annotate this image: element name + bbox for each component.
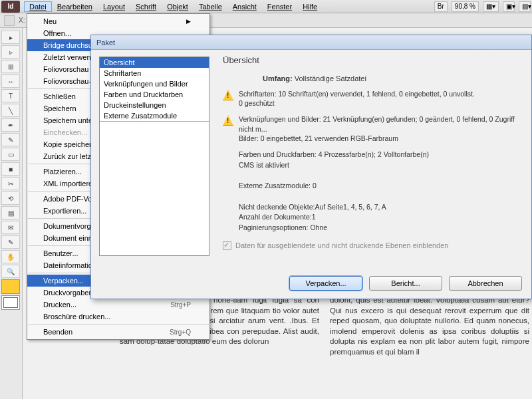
menu-item-label: Exportieren... bbox=[43, 207, 86, 215]
warning-icon bbox=[223, 90, 233, 100]
fonts-summary: Schriftarten: 10 Schriftart(en) verwende… bbox=[239, 89, 475, 98]
scissors-tool[interactable]: ✂ bbox=[1, 177, 20, 190]
pagination-options: Paginierungsoptionen: Ohne bbox=[239, 223, 523, 233]
gap-tool[interactable]: ↔ bbox=[1, 74, 20, 88]
rectangle-frame-tool[interactable]: ▭ bbox=[1, 148, 20, 161]
menu-hilfe[interactable]: Hilfe bbox=[297, 1, 323, 12]
selection-tool[interactable]: ▸ bbox=[1, 31, 20, 44]
listbox-detail-area bbox=[100, 121, 209, 253]
menu-separator bbox=[28, 324, 209, 325]
list-item-zusatz[interactable]: Externe Zusatzmodule bbox=[100, 110, 209, 121]
menu-item-label: Platzieren... bbox=[43, 168, 82, 176]
menu-schrift[interactable]: Schrift bbox=[130, 1, 162, 12]
pencil-tool[interactable]: ✎ bbox=[1, 133, 20, 146]
app-logo: Id bbox=[1, 1, 20, 13]
menu-item[interactable]: Broschüre drucken... bbox=[27, 311, 209, 323]
menu-fenster[interactable]: Fenster bbox=[262, 1, 297, 12]
page-tool[interactable]: ⊞ bbox=[1, 60, 20, 73]
hand-tool[interactable]: ✋ bbox=[1, 250, 20, 263]
direct-selection-tool[interactable]: ▹ bbox=[1, 45, 20, 59]
pen-tool[interactable]: ✒ bbox=[1, 118, 20, 132]
menu-item-label: Beenden bbox=[43, 328, 72, 336]
menu-datei[interactable]: Datei bbox=[24, 1, 52, 12]
menubar: Id Datei Bearbeiten Layout Schrift Objek… bbox=[0, 0, 532, 13]
menu-item[interactable]: Neu▶ bbox=[27, 15, 209, 27]
warning-icon bbox=[223, 115, 233, 126]
opaque-objects: Nicht deckende Objekte:Auf Seite1, 4, 5,… bbox=[239, 202, 523, 213]
fonts-protected: 0 geschützt bbox=[239, 98, 475, 108]
rectangle-tool[interactable]: ■ bbox=[1, 162, 20, 176]
menu-item-label: Broschüre drucken... bbox=[43, 313, 111, 321]
menu-tabelle[interactable]: Tabelle bbox=[194, 1, 227, 12]
menu-layout[interactable]: Layout bbox=[98, 1, 130, 12]
menu-item-label: Drucken... bbox=[43, 301, 76, 309]
menu-item-label: Öffnen... bbox=[43, 29, 71, 37]
umfang-label: Umfang: bbox=[263, 74, 293, 82]
menu-bearbeiten[interactable]: Bearbeiten bbox=[52, 1, 98, 12]
x-label: X: bbox=[19, 17, 25, 24]
list-item-uebersicht[interactable]: Übersicht bbox=[100, 57, 209, 68]
screen-mode-icon[interactable]: ▣▾ bbox=[503, 1, 515, 12]
links-summary: Verknüpfungen und Bilder: 21 Verknüpfung… bbox=[239, 114, 523, 133]
umfang-row: Umfang: Vollständige Satzdatei bbox=[263, 74, 523, 82]
menu-item-label: Speichern bbox=[43, 104, 76, 112]
type-tool[interactable]: T bbox=[1, 89, 20, 102]
menu-item[interactable]: BeendenStrg+Q bbox=[27, 326, 209, 338]
hidden-layers-label: Daten für ausgeblendete und nicht drucke… bbox=[235, 241, 448, 249]
ref-point-icon[interactable] bbox=[4, 15, 15, 26]
text-column-2: dolorit, quis est autetur ibeat. Volupta… bbox=[330, 295, 529, 357]
bericht-button[interactable]: Bericht... bbox=[369, 276, 442, 291]
dialog-title: Paket bbox=[91, 35, 531, 50]
paket-dialog: Paket Übersicht Schriftarten Verknüpfung… bbox=[90, 35, 532, 299]
tool-panel: ▸ ▹ ⊞ ↔ T ╲ ✒ ✎ ▭ ■ ✂ ⟲ ▤ ✉ ✎ ✋ 🔍 bbox=[0, 28, 23, 399]
menu-item[interactable]: Drucken...Strg+P bbox=[27, 299, 209, 311]
abbrechen-button[interactable]: Abbrechen bbox=[449, 276, 522, 291]
verpacken-button[interactable]: Verpacken... bbox=[289, 276, 362, 291]
list-item-schriftarten[interactable]: Schriftarten bbox=[100, 68, 209, 78]
category-listbox[interactable]: Übersicht Schriftarten Verknüpfungen und… bbox=[99, 57, 209, 256]
plugins-summary: Externe Zusatzmodule: 0 bbox=[239, 181, 523, 192]
menu-item-label: Verpacken... bbox=[43, 277, 84, 285]
images-summary: Bilder: 0 eingebettet, 21 verwenden RGB-… bbox=[239, 134, 523, 143]
colors-summary: Farben und Druckfarben: 4 Prozessfarbe(n… bbox=[239, 150, 523, 160]
bridge-button[interactable]: Br bbox=[434, 1, 448, 12]
arrange-icon[interactable]: ▤▾ bbox=[519, 1, 531, 12]
list-item-farben[interactable]: Farben und Druckfarben bbox=[100, 89, 209, 100]
panel-heading: Übersicht bbox=[223, 55, 523, 65]
zoom-tool[interactable]: 🔍 bbox=[1, 265, 20, 278]
cms-status: CMS ist aktiviert bbox=[239, 160, 523, 171]
menu-item-label: Neu bbox=[43, 17, 57, 25]
eyedropper-tool[interactable]: ✎ bbox=[1, 235, 20, 249]
menu-shortcut: Strg+P bbox=[170, 301, 191, 309]
doc-count: Anzahl der Dokumente:1 bbox=[239, 212, 523, 223]
line-tool[interactable]: ╲ bbox=[1, 104, 20, 117]
workspace-switcher-icon[interactable]: ▦▾ bbox=[483, 1, 499, 12]
hidden-layers-checkbox[interactable] bbox=[223, 241, 231, 250]
menu-item-label: Foliovorschau bbox=[43, 65, 88, 73]
menu-objekt[interactable]: Objekt bbox=[162, 1, 194, 12]
menu-ansicht[interactable]: Ansicht bbox=[227, 1, 262, 12]
fill-color-swatch[interactable] bbox=[1, 279, 20, 294]
list-item-druck[interactable]: Druckeinstellungen bbox=[100, 100, 209, 110]
menu-item-label: Schließen bbox=[43, 92, 76, 100]
umfang-value: Vollständige Satzdatei bbox=[295, 74, 366, 82]
menu-item-label: Einchecken... bbox=[43, 128, 87, 136]
free-transform-tool[interactable]: ⟲ bbox=[1, 192, 20, 205]
submenu-arrow-icon: ▶ bbox=[186, 18, 191, 25]
note-tool[interactable]: ✉ bbox=[1, 221, 20, 234]
zoom-field[interactable]: 90,8 % bbox=[452, 1, 479, 12]
menu-shortcut: Strg+Q bbox=[170, 329, 191, 336]
stroke-color-swatch[interactable] bbox=[1, 295, 20, 310]
menu-item-label: Benutzer... bbox=[43, 249, 78, 257]
gradient-tool[interactable]: ▤ bbox=[1, 206, 20, 219]
menu-item-label: Druckvorgaben bbox=[43, 289, 93, 297]
list-item-verknuepfungen[interactable]: Verknüpfungen und Bilder bbox=[100, 78, 209, 89]
